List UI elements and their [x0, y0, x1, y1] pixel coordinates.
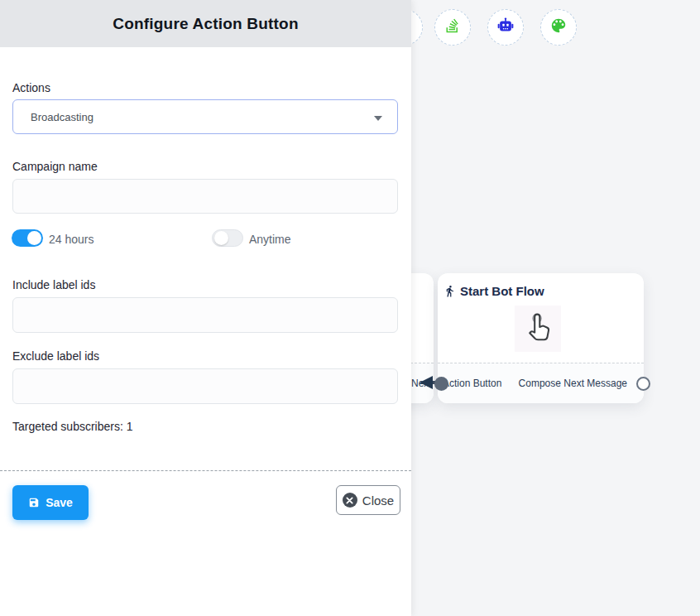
configure-action-panel: Configure Action Button Actions Broadcas… — [0, 0, 411, 616]
toggle-anytime-label: Anytime — [249, 233, 291, 246]
panel-header: Configure Action Button — [0, 0, 411, 47]
close-circle-icon — [343, 493, 357, 508]
tap-hand-icon — [522, 308, 554, 349]
node-title: Start Bot Flow — [443, 284, 544, 298]
actions-select-value: Broadcasting — [31, 100, 93, 135]
close-button[interactable]: Close — [336, 485, 400, 515]
include-label-ids-input[interactable] — [12, 297, 398, 333]
toggle-24-hours[interactable] — [12, 229, 43, 247]
palette-icon — [549, 17, 568, 38]
node-footer-left-label: Action Button — [443, 378, 501, 389]
walking-person-icon — [443, 285, 456, 297]
close-button-label: Close — [362, 493, 394, 508]
exclude-label-ids-label: Exclude label ids — [12, 349, 99, 363]
toggle-anytime[interactable] — [212, 229, 243, 247]
toggle-knob — [27, 231, 41, 245]
actions-label: Actions — [12, 81, 50, 94]
chevron-down-icon — [374, 116, 382, 121]
input-port[interactable] — [434, 377, 448, 391]
include-label-ids-label: Include label ids — [12, 278, 95, 291]
node-action-area[interactable] — [515, 306, 561, 352]
node-footer-right-label: Compose Next Message — [519, 378, 627, 389]
panel-divider — [0, 470, 411, 471]
tool-button-theme[interactable] — [540, 9, 577, 46]
campaign-name-input[interactable] — [12, 179, 398, 214]
tool-button-stack[interactable] — [434, 9, 471, 46]
stack-icon — [444, 17, 461, 37]
node-title-text: Start Bot Flow — [460, 284, 544, 298]
robot-icon — [496, 17, 515, 38]
actions-select[interactable]: Broadcasting — [12, 99, 398, 134]
save-button[interactable]: Save — [12, 485, 89, 520]
campaign-name-label: Campaign name — [12, 160, 98, 173]
edge-arrowhead-icon — [420, 376, 433, 389]
toggle-24-hours-label: 24 hours — [49, 233, 93, 246]
panel-title: Configure Action Button — [113, 15, 298, 33]
exclude-label-ids-input[interactable] — [12, 368, 398, 404]
tool-button-bot[interactable] — [487, 9, 524, 46]
save-button-label: Save — [46, 496, 73, 509]
toggle-knob — [214, 231, 228, 245]
save-floppy-icon — [28, 497, 40, 508]
targeted-subscribers-text: Targeted subscribers: 1 — [12, 420, 133, 433]
flow-node-start-bot-flow[interactable]: Start Bot Flow Action Button Compose Nex… — [438, 273, 644, 403]
output-port[interactable] — [636, 377, 650, 391]
